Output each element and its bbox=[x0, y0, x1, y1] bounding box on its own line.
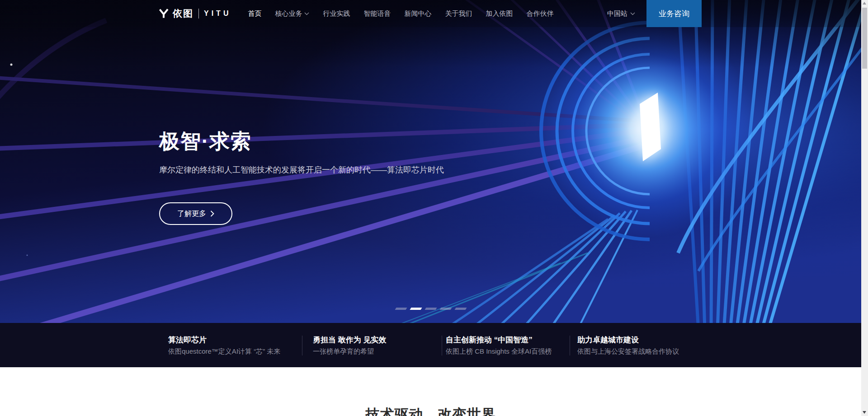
hero-banner: 依图 YITU 首页 核心业务 行业实践 bbox=[0, 0, 861, 323]
scrollbar-down-arrow[interactable] bbox=[863, 411, 866, 414]
news-title: 勇担当 敢作为 见实效 bbox=[313, 335, 386, 345]
logo-text-en: YITU bbox=[204, 9, 231, 18]
chevron-right-icon bbox=[210, 210, 214, 217]
learn-more-button[interactable]: 了解更多 bbox=[159, 202, 232, 225]
scrollbar-thumb[interactable] bbox=[862, 8, 867, 69]
strip-divider bbox=[442, 336, 442, 355]
news-subtitle: 依图与上海公安签署战略合作协议 bbox=[577, 347, 679, 356]
nav-item-join-us[interactable]: 加入依图 bbox=[479, 0, 519, 27]
news-item-3[interactable]: 自主创新推动 “中国智造” 依图上榜 CB Insights 全球AI百强榜 bbox=[446, 335, 552, 356]
news-strip: 算法即芯片 依图questcore™定义AI计算 “芯” 未来 勇担当 敢作为 … bbox=[0, 323, 861, 367]
carousel-dot-1[interactable] bbox=[395, 308, 407, 310]
strip-divider bbox=[570, 336, 570, 355]
logo-divider bbox=[198, 9, 199, 19]
yitu-logo[interactable]: 依图 YITU bbox=[158, 7, 231, 20]
top-navigation-bar: 依图 YITU 首页 核心业务 行业实践 bbox=[0, 0, 861, 27]
news-subtitle: 依图上榜 CB Insights 全球AI百强榜 bbox=[446, 347, 552, 356]
strip-divider bbox=[302, 336, 302, 355]
news-item-1[interactable]: 算法即芯片 依图questcore™定义AI计算 “芯” 未来 bbox=[168, 335, 280, 356]
chevron-down-icon bbox=[630, 12, 635, 15]
carousel-dot-5[interactable] bbox=[454, 308, 467, 310]
news-title: 自主创新推动 “中国智造” bbox=[446, 335, 552, 345]
hero-title: 极智·求索 bbox=[159, 128, 252, 155]
nav-item-about-us[interactable]: 关于我们 bbox=[438, 0, 479, 27]
hero-subtitle: 摩尔定律的终结和人工智能技术的发展将开启一个新的时代——算法即芯片时代 bbox=[159, 164, 444, 175]
news-item-4[interactable]: 助力卓越城市建设 依图与上海公安签署战略合作协议 bbox=[577, 335, 679, 356]
news-title: 助力卓越城市建设 bbox=[577, 335, 679, 345]
scrollbar-up-arrow[interactable] bbox=[863, 2, 866, 5]
nav-item-speech-ai[interactable]: 智能语音 bbox=[357, 0, 397, 27]
nav-menu: 首页 核心业务 行业实践 智能语音 新闻中心 bbox=[241, 0, 560, 27]
news-subtitle: 依图questcore™定义AI计算 “芯” 未来 bbox=[168, 347, 280, 356]
section-heading: 技术驱动，改变世界 bbox=[0, 367, 861, 416]
chevron-down-icon bbox=[304, 12, 309, 15]
business-inquiry-button[interactable]: 业务咨询 bbox=[646, 0, 702, 27]
nav-item-home[interactable]: 首页 bbox=[241, 0, 268, 27]
news-title: 算法即芯片 bbox=[168, 335, 280, 345]
nav-item-news-center[interactable]: 新闻中心 bbox=[397, 0, 438, 27]
carousel-dot-3[interactable] bbox=[425, 308, 437, 310]
vertical-scrollbar bbox=[861, 0, 868, 416]
nav-item-partners[interactable]: 合作伙伴 bbox=[519, 0, 560, 27]
technology-section: 技术驱动，改变世界 bbox=[0, 367, 861, 416]
nav-item-core-business[interactable]: 核心业务 bbox=[268, 0, 316, 27]
carousel-dot-2-active[interactable] bbox=[410, 308, 422, 310]
hero-vortex-background bbox=[0, 0, 861, 323]
yitu-y-icon bbox=[158, 8, 169, 19]
logo-text-cn: 依图 bbox=[173, 7, 193, 20]
news-item-2[interactable]: 勇担当 敢作为 见实效 一张榜单孕育的希望 bbox=[313, 335, 386, 356]
nav-item-industry-practice[interactable]: 行业实践 bbox=[316, 0, 357, 27]
carousel-indicators bbox=[396, 308, 466, 310]
news-subtitle: 一张榜单孕育的希望 bbox=[313, 347, 386, 356]
yitu-homepage: 依图 YITU 首页 核心业务 行业实践 bbox=[0, 0, 861, 416]
browser-viewport: 依图 YITU 首页 核心业务 行业实践 bbox=[0, 0, 868, 416]
carousel-dot-4[interactable] bbox=[439, 308, 452, 310]
locale-selector[interactable]: 中国站 bbox=[607, 9, 635, 18]
